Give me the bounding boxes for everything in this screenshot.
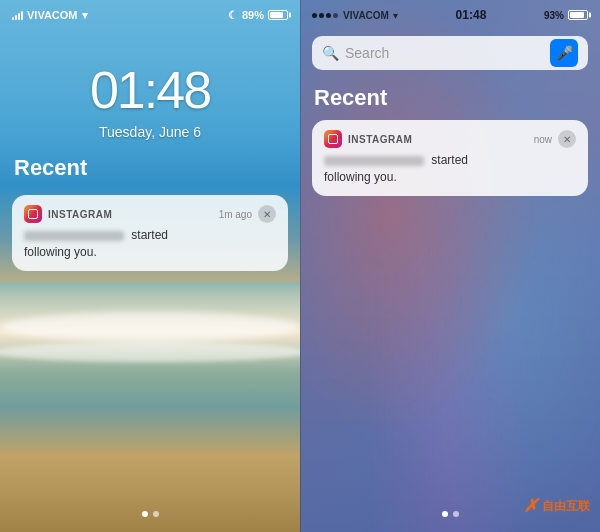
blurred-username-left [24,231,124,241]
instagram-icon-right [324,130,342,148]
notif-body-right: started following you. [324,152,576,186]
notif-text1-left: started [131,228,168,242]
page-dots-left [0,511,300,517]
clock-display: 01:48 Tuesday, June 6 [0,60,300,140]
battery-percent-right: 93% [544,10,564,21]
notification-card-left: INSTAGRAM 1m ago ✕ started following you… [12,195,288,271]
carrier-name-right: VIVACOM [343,10,389,21]
notif-app-info-right: INSTAGRAM [324,130,412,148]
instagram-icon-left [24,205,42,223]
battery-fill-right [570,12,584,18]
app-name-right: INSTAGRAM [348,134,412,145]
recent-label-left: Recent [14,155,87,181]
notif-header-right: INSTAGRAM now ✕ [324,130,576,148]
battery-percent-left: 89% [242,9,264,21]
recent-label-right: Recent [314,85,387,111]
battery-icon-left [268,10,288,20]
status-bar-left: VIVACOM ▾ ☾ 89% [0,0,300,30]
dot-1-left [142,511,148,517]
notification-card-right: INSTAGRAM now ✕ started following you. [312,120,588,196]
wave-1 [0,312,300,342]
search-input[interactable]: Search [345,45,544,61]
notif-close-left[interactable]: ✕ [258,205,276,223]
carrier-name-left: VIVACOM [27,9,78,21]
notif-app-info-left: INSTAGRAM [24,205,112,223]
notif-body-left: started following you. [24,227,276,261]
notif-text2-right: following you. [324,170,397,184]
dot-2-right [453,511,459,517]
right-background [300,0,600,532]
status-bar-right: VIVACOM ▾ 01:48 93% [300,0,600,30]
moon-icon: ☾ [228,9,238,22]
battery-info-left: ☾ 89% [228,9,288,22]
right-phone-panel: VIVACOM ▾ 01:48 93% 🔍 Search 🎤 Recent IN… [300,0,600,532]
wave-2 [0,342,300,362]
search-icon: 🔍 [322,45,339,61]
notif-header-left: INSTAGRAM 1m ago ✕ [24,205,276,223]
notif-close-right[interactable]: ✕ [558,130,576,148]
notif-time-left: 1m ago [219,209,252,220]
signal-dots-right: VIVACOM ▾ [312,10,398,21]
time-right: 01:48 [456,8,487,22]
panel-divider [300,0,301,532]
notif-text1-right: started [431,153,468,167]
dot-2-left [153,511,159,517]
mic-icon[interactable]: 🎤 [550,39,578,67]
app-name-left: INSTAGRAM [48,209,112,220]
carrier-info-left: VIVACOM ▾ [12,9,88,22]
wifi-icon-right: ▾ [393,10,398,21]
ocean-background [0,282,300,532]
search-bar[interactable]: 🔍 Search 🎤 [312,36,588,70]
battery-fill-left [270,12,283,18]
clock-time: 01:48 [0,60,300,120]
battery-info-right: 93% [544,10,588,21]
dot-1-right [442,511,448,517]
battery-icon-right [568,10,588,20]
clock-date: Tuesday, June 6 [0,124,300,140]
notif-text2-left: following you. [24,245,97,259]
notif-time-right: now [534,134,552,145]
blurred-username-right [324,156,424,166]
signal-icon [12,10,23,20]
page-dots-right [300,511,600,517]
wifi-icon-left: ▾ [82,9,88,22]
left-phone-panel: VIVACOM ▾ ☾ 89% 01:48 Tuesday, June 6 Re… [0,0,300,532]
